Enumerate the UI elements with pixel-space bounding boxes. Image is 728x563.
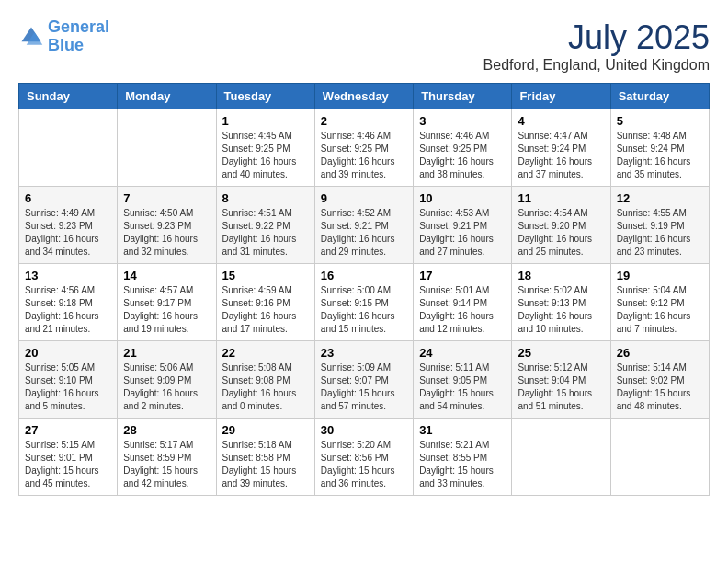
day-detail: Sunrise: 4:55 AMSunset: 9:19 PMDaylight:… (617, 207, 703, 259)
day-detail: Sunrise: 5:15 AMSunset: 9:01 PMDaylight:… (25, 439, 111, 490)
calendar-day-cell (512, 419, 610, 496)
day-detail: Sunrise: 5:02 AMSunset: 9:13 PMDaylight:… (518, 284, 604, 336)
day-detail: Sunrise: 5:05 AMSunset: 9:10 PMDaylight:… (25, 362, 111, 413)
calendar-day-cell: 8Sunrise: 4:51 AMSunset: 9:22 PMDaylight… (216, 187, 314, 264)
day-number: 28 (123, 423, 210, 437)
calendar-day-cell: 29Sunrise: 5:18 AMSunset: 8:58 PMDayligh… (216, 419, 314, 496)
calendar-day-cell: 28Sunrise: 5:17 AMSunset: 8:59 PMDayligh… (118, 419, 216, 496)
day-of-week-header: Monday (118, 84, 216, 109)
day-number: 27 (25, 423, 111, 437)
day-number: 4 (518, 114, 604, 128)
calendar-day-cell: 3Sunrise: 4:46 AMSunset: 9:25 PMDaylight… (414, 109, 512, 187)
day-number: 21 (123, 346, 210, 360)
calendar-day-cell: 24Sunrise: 5:11 AMSunset: 9:05 PMDayligh… (414, 341, 512, 419)
calendar-day-cell: 25Sunrise: 5:12 AMSunset: 9:04 PMDayligh… (512, 341, 610, 419)
day-number: 6 (25, 191, 111, 205)
day-number: 7 (123, 191, 210, 205)
calendar-header-row: SundayMondayTuesdayWednesdayThursdayFrid… (19, 84, 710, 109)
calendar-day-cell: 10Sunrise: 4:53 AMSunset: 9:21 PMDayligh… (414, 187, 512, 264)
calendar-week-row: 13Sunrise: 4:56 AMSunset: 9:18 PMDayligh… (19, 264, 710, 341)
day-number: 30 (321, 423, 407, 437)
day-number: 26 (617, 346, 703, 360)
day-detail: Sunrise: 5:01 AMSunset: 9:14 PMDaylight:… (419, 284, 506, 336)
calendar-day-cell (19, 109, 118, 187)
day-number: 12 (617, 191, 703, 205)
day-number: 25 (518, 346, 604, 360)
day-number: 2 (321, 114, 407, 128)
day-detail: Sunrise: 4:45 AMSunset: 9:25 PMDaylight:… (222, 130, 309, 181)
day-detail: Sunrise: 5:21 AMSunset: 8:55 PMDaylight:… (419, 439, 506, 490)
day-of-week-header: Sunday (19, 84, 118, 109)
day-number: 18 (518, 269, 604, 282)
day-detail: Sunrise: 4:56 AMSunset: 9:18 PMDaylight:… (25, 284, 111, 336)
day-detail: Sunrise: 4:46 AMSunset: 9:25 PMDaylight:… (419, 130, 506, 181)
day-detail: Sunrise: 5:12 AMSunset: 9:04 PMDaylight:… (518, 362, 604, 413)
calendar-day-cell: 16Sunrise: 5:00 AMSunset: 9:15 PMDayligh… (314, 264, 413, 341)
day-detail: Sunrise: 4:46 AMSunset: 9:25 PMDaylight:… (321, 130, 407, 181)
calendar-day-cell: 20Sunrise: 5:05 AMSunset: 9:10 PMDayligh… (19, 341, 118, 419)
calendar-table: SundayMondayTuesdayWednesdayThursdayFrid… (18, 83, 710, 496)
calendar-day-cell: 9Sunrise: 4:52 AMSunset: 9:21 PMDaylight… (314, 187, 413, 264)
day-of-week-header: Saturday (610, 84, 709, 109)
logo-icon (18, 24, 44, 50)
day-detail: Sunrise: 5:20 AMSunset: 8:56 PMDaylight:… (321, 439, 407, 490)
day-detail: Sunrise: 5:14 AMSunset: 9:02 PMDaylight:… (617, 362, 703, 413)
calendar-day-cell: 14Sunrise: 4:57 AMSunset: 9:17 PMDayligh… (118, 264, 216, 341)
day-number: 14 (123, 269, 210, 282)
day-detail: Sunrise: 5:04 AMSunset: 9:12 PMDaylight:… (617, 284, 703, 336)
calendar-week-row: 1Sunrise: 4:45 AMSunset: 9:25 PMDaylight… (19, 109, 710, 187)
calendar-day-cell: 11Sunrise: 4:54 AMSunset: 9:20 PMDayligh… (512, 187, 610, 264)
day-number: 23 (321, 346, 407, 360)
day-detail: Sunrise: 4:52 AMSunset: 9:21 PMDaylight:… (321, 207, 407, 259)
day-detail: Sunrise: 4:54 AMSunset: 9:20 PMDaylight:… (518, 207, 604, 259)
day-detail: Sunrise: 5:08 AMSunset: 9:08 PMDaylight:… (222, 362, 309, 413)
month-title: July 2025 (483, 18, 710, 57)
day-of-week-header: Tuesday (216, 84, 314, 109)
day-number: 31 (419, 423, 506, 437)
day-number: 24 (419, 346, 506, 360)
calendar-day-cell (118, 109, 216, 187)
day-number: 13 (25, 269, 111, 282)
day-detail: Sunrise: 4:53 AMSunset: 9:21 PMDaylight:… (419, 207, 506, 259)
calendar-day-cell: 17Sunrise: 5:01 AMSunset: 9:14 PMDayligh… (414, 264, 512, 341)
calendar-week-row: 6Sunrise: 4:49 AMSunset: 9:23 PMDaylight… (19, 187, 710, 264)
day-number: 16 (321, 269, 407, 282)
calendar-day-cell: 6Sunrise: 4:49 AMSunset: 9:23 PMDaylight… (19, 187, 118, 264)
calendar-day-cell: 30Sunrise: 5:20 AMSunset: 8:56 PMDayligh… (314, 419, 413, 496)
day-number: 29 (222, 423, 309, 437)
day-of-week-header: Friday (512, 84, 610, 109)
day-of-week-header: Thursday (414, 84, 512, 109)
calendar-day-cell (610, 419, 709, 496)
day-detail: Sunrise: 5:17 AMSunset: 8:59 PMDaylight:… (123, 439, 210, 490)
day-of-week-header: Wednesday (314, 84, 413, 109)
calendar-day-cell: 2Sunrise: 4:46 AMSunset: 9:25 PMDaylight… (314, 109, 413, 187)
calendar-day-cell: 4Sunrise: 4:47 AMSunset: 9:24 PMDaylight… (512, 109, 610, 187)
calendar-day-cell: 22Sunrise: 5:08 AMSunset: 9:08 PMDayligh… (216, 341, 314, 419)
calendar-day-cell: 13Sunrise: 4:56 AMSunset: 9:18 PMDayligh… (19, 264, 118, 341)
calendar-day-cell: 26Sunrise: 5:14 AMSunset: 9:02 PMDayligh… (610, 341, 709, 419)
calendar-day-cell: 19Sunrise: 5:04 AMSunset: 9:12 PMDayligh… (610, 264, 709, 341)
day-number: 5 (617, 114, 703, 128)
calendar-day-cell: 1Sunrise: 4:45 AMSunset: 9:25 PMDaylight… (216, 109, 314, 187)
day-number: 20 (25, 346, 111, 360)
day-number: 3 (419, 114, 506, 128)
day-number: 1 (222, 114, 309, 128)
calendar-day-cell: 23Sunrise: 5:09 AMSunset: 9:07 PMDayligh… (314, 341, 413, 419)
calendar-day-cell: 5Sunrise: 4:48 AMSunset: 9:24 PMDaylight… (610, 109, 709, 187)
calendar-week-row: 27Sunrise: 5:15 AMSunset: 9:01 PMDayligh… (19, 419, 710, 496)
title-block: July 2025 Bedford, England, United Kingd… (483, 18, 710, 74)
day-detail: Sunrise: 4:47 AMSunset: 9:24 PMDaylight:… (518, 130, 604, 181)
calendar-day-cell: 18Sunrise: 5:02 AMSunset: 9:13 PMDayligh… (512, 264, 610, 341)
page-header: General Blue July 2025 Bedford, England,… (18, 18, 710, 74)
day-detail: Sunrise: 4:57 AMSunset: 9:17 PMDaylight:… (123, 284, 210, 336)
calendar-day-cell: 27Sunrise: 5:15 AMSunset: 9:01 PMDayligh… (19, 419, 118, 496)
day-detail: Sunrise: 4:48 AMSunset: 9:24 PMDaylight:… (617, 130, 703, 181)
calendar-day-cell: 12Sunrise: 4:55 AMSunset: 9:19 PMDayligh… (610, 187, 709, 264)
calendar-day-cell: 21Sunrise: 5:06 AMSunset: 9:09 PMDayligh… (118, 341, 216, 419)
day-number: 19 (617, 269, 703, 282)
calendar-day-cell: 7Sunrise: 4:50 AMSunset: 9:23 PMDaylight… (118, 187, 216, 264)
calendar-day-cell: 31Sunrise: 5:21 AMSunset: 8:55 PMDayligh… (414, 419, 512, 496)
day-number: 8 (222, 191, 309, 205)
day-detail: Sunrise: 4:50 AMSunset: 9:23 PMDaylight:… (123, 207, 210, 259)
day-detail: Sunrise: 5:09 AMSunset: 9:07 PMDaylight:… (321, 362, 407, 413)
